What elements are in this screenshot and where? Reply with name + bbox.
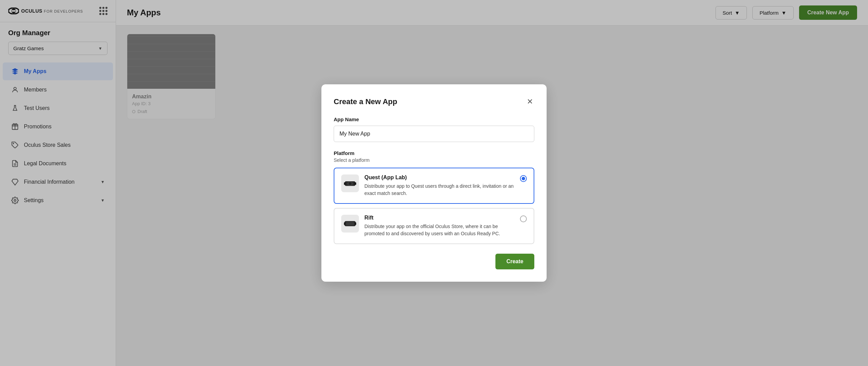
create-new-app-modal: Create a New App ✕ App Name Platform Sel… <box>321 84 547 282</box>
modal-overlay[interactable]: Create a New App ✕ App Name Platform Sel… <box>116 0 868 366</box>
modal-create-button[interactable]: Create <box>495 254 534 269</box>
svg-rect-17 <box>355 222 357 225</box>
quest-platform-info: Quest (App Lab) Distribute your app to Q… <box>364 174 515 197</box>
modal-header: Create a New App ✕ <box>334 97 534 107</box>
quest-radio-button[interactable] <box>520 175 527 182</box>
quest-platform-description: Distribute your app to Quest users throu… <box>364 183 515 197</box>
svg-rect-11 <box>344 182 346 185</box>
rift-platform-description: Distribute your app on the official Ocul… <box>364 223 515 237</box>
rift-platform-icon <box>341 215 359 233</box>
modal-footer: Create <box>334 254 534 269</box>
quest-platform-option[interactable]: Quest (App Lab) Distribute your app to Q… <box>334 168 534 204</box>
svg-point-14 <box>349 182 351 185</box>
rift-platform-option[interactable]: Rift Distribute your app on the official… <box>334 208 534 244</box>
rift-platform-info: Rift Distribute your app on the official… <box>364 215 515 237</box>
platform-hint: Select a platform <box>334 157 534 163</box>
svg-rect-16 <box>344 222 346 225</box>
quest-platform-icon <box>341 174 359 192</box>
rift-radio-button[interactable] <box>520 215 527 222</box>
main-content: My Apps Sort ▼ Platform ▼ Create New App… <box>116 0 868 366</box>
app-name-input[interactable] <box>334 126 534 142</box>
svg-rect-18 <box>346 222 354 225</box>
platform-section-label: Platform <box>334 150 534 156</box>
modal-close-button[interactable]: ✕ <box>525 97 534 107</box>
svg-rect-12 <box>354 182 356 185</box>
modal-title: Create a New App <box>334 97 397 106</box>
app-name-label: App Name <box>334 116 534 122</box>
rift-platform-name: Rift <box>364 215 515 221</box>
quest-platform-name: Quest (App Lab) <box>364 174 515 181</box>
